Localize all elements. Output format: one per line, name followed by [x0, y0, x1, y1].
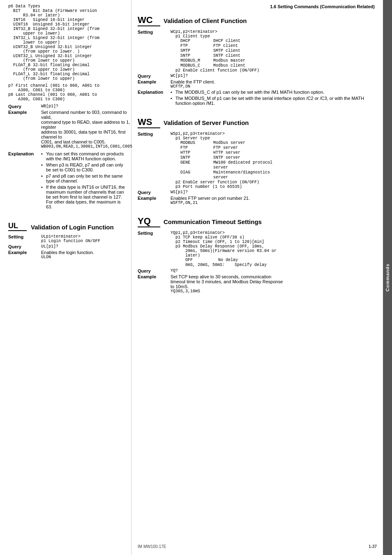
ws-query-label: Query [138, 190, 171, 195]
footer-right: 1-37 [369, 544, 377, 549]
ws-query-row: Query WS[p1]? [138, 190, 375, 195]
int32b-cont: upper to lower) [13, 31, 125, 36]
ftp-client-row: FTP FTP client [180, 44, 375, 48]
yq-p3: p3 Modbus Delay Response (OFF, 10ms, [171, 244, 375, 249]
left-column: p6 Data Types BIT Bit Data (Firmware ver… [0, 0, 131, 555]
explanation-content: • You can set this command on products w… [41, 151, 125, 210]
ws-example-line: Enables FTP server on port number 21. [171, 196, 375, 201]
ws-example-content: Enables FTP server on port number 21. WS… [171, 196, 375, 205]
bullet1: • [41, 151, 46, 161]
modbus-m-key: MODBUS_M [180, 58, 213, 63]
page-header: 1.6 Setting Commands (Communication Rela… [138, 4, 375, 11]
ws-section: WS Validation of Server Function Setting… [138, 118, 375, 205]
wc-exp-text2: The MODBUS_M of p1 can be set with the s… [175, 96, 375, 106]
ul-title: Validation of Login Function [31, 222, 114, 231]
yq-p3-cont2: later) [171, 253, 375, 258]
smtp-row: SMTP SMTP client [180, 49, 375, 53]
modbus-m-val: Modbus master [213, 58, 245, 63]
ftp-server-key: FTP [180, 146, 213, 150]
http-server-val: HTTP server [213, 150, 240, 155]
floatl-row: FLOAT_L 32-bit floating decimal [13, 72, 125, 76]
smtp-key: SMTP [180, 49, 213, 53]
int32l-cont: lower to upper) [13, 40, 125, 45]
right-column: 1.6 Setting Commands (Communication Rela… [131, 0, 383, 555]
dhcp-key: DHCP [180, 39, 213, 43]
modbus-server-key: MODBUS [180, 141, 213, 145]
sntp-row: SNTP SNTP client [180, 53, 375, 58]
yq-example-code: YQ30S,3,10mS [171, 289, 375, 294]
bullet3: • [41, 173, 46, 183]
exp-text1: You can set this command on products wit… [46, 151, 125, 161]
wb-query-row: Query WB[p1]? [8, 104, 125, 109]
dhcp-row: DHCP DHCP client [180, 39, 375, 43]
modbus-m-row: MODBUS_M Modbus master [180, 58, 375, 63]
yq-off-val: No delay [218, 258, 238, 262]
example-code: WB003,ON,READ,1,30001,INT16,C001,C005 [41, 144, 132, 149]
yq-p2: p2 Timeout time (OFF, 1 to 120)[min] [171, 240, 375, 244]
ws-p3: p3 Port number (1 to 65535) [171, 185, 375, 189]
p6-items: BIT Bit Data (Firmware version R3.04 or … [8, 9, 125, 81]
wc-bullet2: • [171, 96, 175, 106]
ul-example-content: Enables the login function. ULON [41, 250, 125, 259]
example-line3: address to 30001, data type to INT16, fi… [41, 130, 132, 139]
ul-setting-label: Setting [8, 234, 41, 239]
yq-setting-val: YQp1,p2,p3<terminator> [171, 231, 375, 235]
floatl-cont: (from lower to upper) [13, 76, 125, 81]
wc-query-row: Query WC[p1]? [138, 74, 375, 79]
yq-off-row: OFF No delay [185, 258, 375, 262]
ws-title: Validation of Server Function [164, 118, 249, 126]
yq-off-key: OFF [185, 258, 218, 262]
wc-explanation-label: Explanation [138, 90, 171, 95]
wc-example-code: WCFTP,ON [171, 84, 375, 89]
ul-setting-val: ULp1<terminator> [41, 234, 125, 239]
ws-p1: p1 Server type [171, 136, 375, 141]
http-server-row: HTTP HTTP server [180, 150, 375, 155]
wc-query-label: Query [138, 74, 171, 79]
yq-setting-content: YQp1,p2,p3<terminator> p1 TCP keep alive… [171, 231, 375, 268]
example-line4: C001, and last channel to C005. [41, 139, 132, 144]
wc-explanation-content: • The MODBUS_C of p1 can only be set wit… [171, 90, 375, 107]
bullet2: • [41, 162, 46, 172]
yq-example-row: Example Set TCP keep alive to 30 seconds… [138, 274, 375, 294]
p6-title: p6 Data Types [8, 4, 125, 9]
yq-setting-row: Setting YQp1,p2,p3<terminator> p1 TCP ke… [138, 231, 375, 268]
ul-query-val: UL[p1]? [41, 244, 125, 249]
yq-example-line: Set TCP keep alive to 30 seconds, commun… [171, 274, 375, 279]
yq-code: YQ [138, 217, 160, 227]
wc-query-val: WC[p1]? [171, 74, 375, 79]
example-line2: command type to READ, slave address to 1… [41, 120, 132, 130]
diag-server-key: DIAG [180, 170, 213, 175]
ul-example-line: Enables the login function. [41, 250, 125, 255]
ul-query-label: Query [8, 244, 41, 249]
wc-explanation-row: Explanation • The MODBUS_C of p1 can onl… [138, 90, 375, 107]
wc-exp-item1: • The MODBUS_C of p1 can only be set wit… [171, 90, 375, 95]
ws-setting-content: WSp1,p2,p3<terminator> p1 Server type MO… [171, 132, 375, 189]
wc-title: Validation of Client Function [164, 16, 247, 24]
ws-query-val: WS[p1]? [171, 190, 375, 195]
ul-setting-row: Setting ULp1<terminator> p1 Login functi… [8, 234, 125, 243]
diag-server-val: Maintenance/diagnostics [213, 170, 270, 175]
gene-server-row: GENE MW100 dedicated protocol [180, 160, 375, 165]
exp-text2: When p3 is READ, p7 and p8 can only be s… [46, 162, 125, 172]
wb-explanation-row: Explanation • You can set this command o… [8, 151, 125, 210]
wc-setting-row: Setting WCp1,p2<terminator> p1 Client ty… [138, 30, 375, 73]
floatb-row: FLOAT_B 32-bit floating decimal [13, 63, 125, 67]
yq-query-val: YQ? [171, 268, 375, 273]
ftp-server-row: FTP FTP server [180, 146, 375, 150]
footer: IM MW100-17E 1-37 [138, 544, 377, 549]
gene-server-cont-val: server [213, 165, 228, 170]
ws-code: WS [138, 118, 160, 128]
diag-server-cont-val: server [213, 175, 228, 180]
ul-section-header: UL Validation of Login Function [8, 222, 125, 231]
exp-text4: If the data type is INT16 or UNIT16, the… [46, 185, 125, 209]
example-line1: Set command number to 003, command to va… [41, 110, 132, 120]
yq-p1: p1 TCP keep alive (OFF/30 s) [171, 235, 375, 240]
yq-delay-key: 0mS, 20mS, 50mS: [185, 263, 235, 267]
ws-setting-label: Setting [138, 132, 171, 136]
diag-server-row: DIAG Maintenance/diagnostics [180, 170, 375, 175]
smtp-val: SMTP client [213, 49, 240, 53]
floatb-cont: (from upper to lower) [13, 67, 125, 72]
wc-code: WC [138, 16, 160, 26]
bullet4: • [41, 185, 46, 209]
wc-clients: DHCP DHCP client FTP FTP client SMTP SMT… [171, 39, 375, 68]
